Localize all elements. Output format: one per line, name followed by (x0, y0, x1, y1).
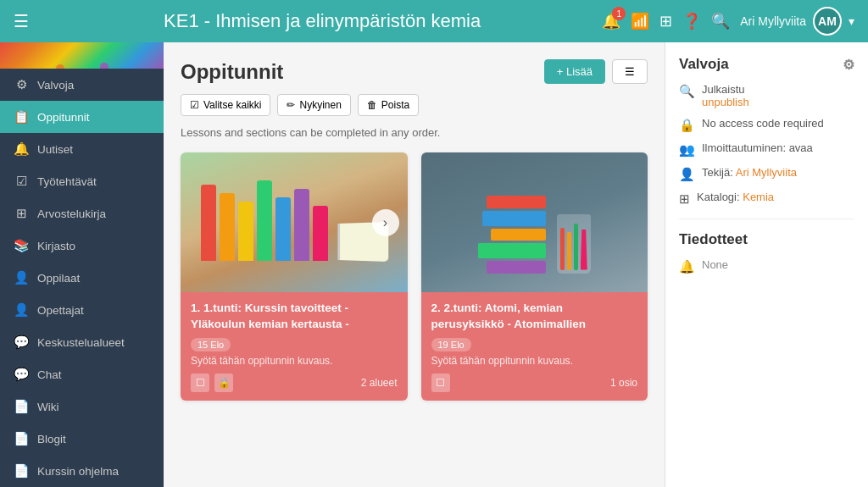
notification-badge: 1 (612, 7, 626, 20)
divider (679, 219, 854, 219)
lesson-2-areas: 1 osio (610, 377, 637, 389)
lesson-1-footer-icons: ☐ 🔒 (191, 374, 233, 392)
grade-icon: ⊞ (14, 206, 29, 221)
sidebar-label-valvoja: Valvoja (37, 79, 74, 91)
ilmoittautuminen-label: Ilmoittautuminen: (702, 141, 786, 154)
lesson-1-areas: 2 alueet (361, 377, 398, 389)
course-icon: 📄 (14, 463, 29, 479)
grid-icon[interactable]: ⊞ (659, 12, 672, 30)
lesson-1-lock-icon[interactable]: 🔒 (214, 374, 233, 392)
sidebar-label-blogit: Blogit (37, 433, 66, 445)
lesson-2-date: 19 Elo (431, 338, 471, 351)
teachers-icon: 👤 (14, 302, 29, 318)
tiedotteet-section: Tiedotteet 🔔 None (679, 231, 854, 274)
top-header: ☰ KE1 - Ihmisen ja elinympäristön kemia … (0, 0, 868, 42)
catalog-icon: ⊞ (679, 191, 690, 207)
sidebar-item-arvostelukirja[interactable]: ⊞ Arvostelukirja (0, 197, 164, 230)
sidebar-item-tyotehtavat[interactable]: ☑ Työtehtävät (0, 165, 164, 197)
sidebar-item-keskustelualueet[interactable]: 💬 Keskustelualueet (0, 326, 164, 358)
search-icon-right: 🔍 (679, 84, 695, 99)
select-all-button[interactable]: ☑ Valitse kaikki (181, 94, 270, 116)
katalogi-row: ⊞ Katalogi: Kemia (679, 191, 854, 207)
lesson-card-2-image (421, 152, 648, 292)
author-icon: 👤 (679, 167, 695, 182)
chevron-down-icon: ▾ (849, 14, 854, 28)
wifi-icon[interactable]: 📶 (631, 12, 649, 30)
tekija-link[interactable]: Ari Myllyviita (736, 166, 797, 179)
valvoja-section-title: Valvoja ⚙ (679, 56, 854, 73)
access-code-text: No access code required (702, 117, 824, 130)
user-menu[interactable]: Ari Myllyviita AM ▾ (740, 7, 854, 36)
tiedotteet-none-row: 🔔 None (679, 258, 854, 274)
delete-button[interactable]: 🗑 Poista (358, 94, 419, 116)
sidebar: ⚙ Valvoja 📋 Oppitunnit 🔔 Uutiset ☑ Työte… (0, 42, 164, 487)
katalogi-label: Katalogi: (697, 191, 740, 203)
current-button[interactable]: ✏ Nykyinen (277, 94, 350, 116)
sidebar-label-kirjasto: Kirjasto (37, 240, 75, 252)
content-area: Oppitunnit + Lisää ☰ ☑ Valitse kaikki ✏ … (164, 42, 665, 487)
sidebar-item-chat[interactable]: 💬 Chat (0, 358, 164, 390)
sidebar-item-uutiset[interactable]: 🔔 Uutiset (0, 133, 164, 165)
list-view-button[interactable]: ☰ (612, 59, 648, 84)
unpublish-link[interactable]: unpublish (702, 96, 749, 108)
julkaistu-label: Julkaistu (702, 83, 749, 96)
lesson-1-title: 1. 1.tunti: Kurssin tavoitteet - Yläkoul… (191, 301, 398, 333)
sidebar-label-wiki: Wiki (37, 401, 59, 413)
sidebar-label-oppitunnit: Oppitunnit (37, 111, 90, 124)
sidebar-item-kurssin-ohjelma[interactable]: 📄 Kurssin ohjelma (0, 455, 164, 487)
sidebar-item-blogit[interactable]: 📄 Blogit (0, 423, 164, 455)
katalogi-link[interactable]: Kemia (743, 191, 774, 203)
lesson-2-desc: Syötä tähän oppitunnin kuvaus. (431, 355, 638, 367)
sidebar-item-oppilaat[interactable]: 👤 Oppilaat (0, 262, 164, 294)
notification-bell[interactable]: 🔔 1 (602, 12, 620, 30)
tiedotteet-none-text: None (702, 258, 728, 271)
tiedotteet-section-title: Tiedotteet (679, 231, 854, 248)
help-icon[interactable]: ❓ (682, 12, 701, 30)
hamburger-icon[interactable]: ☰ (14, 11, 29, 31)
lesson-card-2-body: 2. 2.tunti: Atomi, kemian perusyksikkö -… (421, 292, 648, 401)
decorative-flasks (45, 42, 120, 69)
enrollment-icon: 👥 (679, 142, 695, 158)
sidebar-label-opettajat: Opettajat (37, 304, 84, 317)
lesson-2-title: 2. 2.tunti: Atomi, kemian perusyksikkö -… (431, 301, 638, 333)
blog-icon: 📄 (14, 431, 29, 446)
lesson-card-1-body: 1. 1.tunti: Kurssin tavoitteet - Yläkoul… (181, 292, 408, 401)
bell-tiedotteet-icon: 🔔 (679, 259, 695, 274)
checkbox-icon: ☑ (190, 99, 199, 111)
avatar: AM (813, 7, 842, 36)
chat-icon: 💬 (14, 367, 29, 382)
sidebar-label-kurssin-ohjelma: Kurssin ohjelma (37, 465, 119, 478)
lesson-card-2[interactable]: 2. 2.tunti: Atomi, kemian perusyksikkö -… (421, 152, 648, 401)
access-code-row: 🔒 No access code required (679, 117, 854, 133)
bell-sidebar-icon: 🔔 (14, 141, 29, 157)
right-sidebar: Valvoja ⚙ 🔍 Julkaistu unpublish 🔒 No acc… (665, 42, 868, 487)
lessons-grid: › 1. 1.tunti: Kurssin tavoitteet - Yläko… (181, 152, 648, 401)
lesson-card-1[interactable]: › 1. 1.tunti: Kurssin tavoitteet - Yläko… (181, 152, 408, 401)
page-title-header: KE1 - Ihmisen ja elinympäristön kemia (42, 10, 602, 32)
valvoja-gear-button[interactable]: ⚙ (843, 57, 854, 73)
sidebar-label-keskustelualueet: Keskustelualueet (37, 336, 125, 349)
pencil-icon: ✏ (287, 99, 295, 111)
sidebar-item-opettajat[interactable]: 👤 Opettajat (0, 294, 164, 326)
sidebar-item-valvoja[interactable]: ⚙ Valvoja (0, 69, 164, 101)
julkaistu-row: 🔍 Julkaistu unpublish (679, 83, 854, 108)
sidebar-item-wiki[interactable]: 📄 Wiki (0, 390, 164, 423)
tekija-label: Tekijä: (702, 166, 733, 179)
card1-next-button[interactable]: › (372, 209, 399, 236)
lock-icon-right: 🔒 (679, 118, 695, 133)
search-icon[interactable]: 🔍 (711, 12, 730, 30)
page-title: Oppitunnit (181, 60, 283, 84)
ilmoittautuminen-value: avaa (789, 141, 813, 154)
sidebar-item-oppitunnit[interactable]: 📋 Oppitunnit (0, 101, 164, 133)
lesson-2-footer-icons: ☐ (431, 374, 450, 392)
lesson-2-checkbox[interactable]: ☐ (431, 374, 450, 392)
add-lesson-button[interactable]: + Lisää (544, 59, 605, 84)
lesson-1-date: 15 Elo (191, 338, 231, 351)
wiki-icon: 📄 (14, 399, 29, 414)
lesson-1-checkbox[interactable]: ☐ (191, 374, 209, 392)
ilmoittautuminen-row: 👥 Ilmoittautuminen: avaa (679, 141, 854, 158)
check-icon: ☑ (14, 174, 29, 189)
sidebar-label-uutiset: Uutiset (37, 143, 73, 156)
library-icon: 📚 (14, 238, 29, 253)
sidebar-item-kirjasto[interactable]: 📚 Kirjasto (0, 230, 164, 262)
